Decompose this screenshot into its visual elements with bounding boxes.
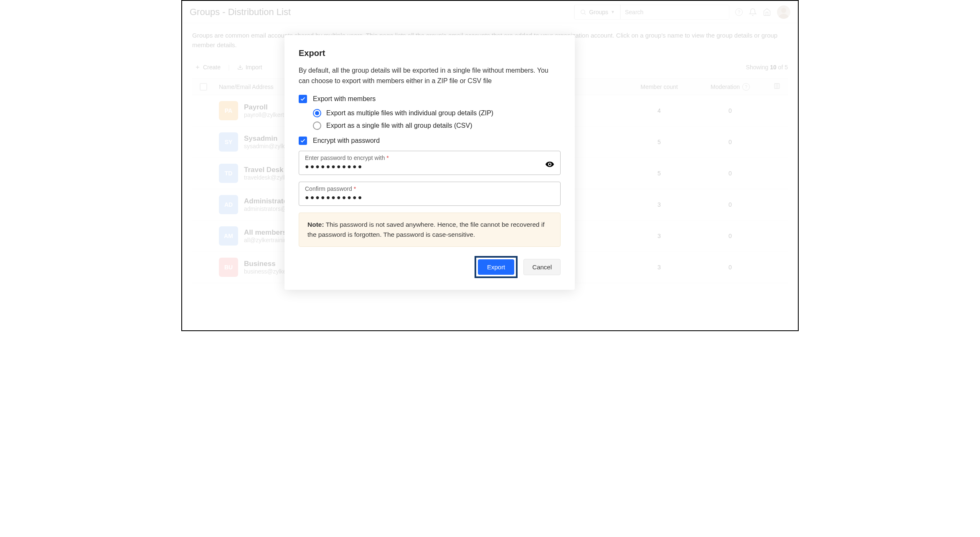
- radio-zip[interactable]: Export as multiple files with individual…: [313, 109, 561, 117]
- export-button[interactable]: Export: [478, 259, 514, 275]
- modal-title: Export: [299, 48, 561, 58]
- checkbox-checked-icon: [299, 95, 307, 103]
- export-button-highlight: Export: [475, 256, 518, 278]
- show-password-button[interactable]: [545, 160, 554, 170]
- radio-csv[interactable]: Export as a single file with all group d…: [313, 122, 561, 130]
- checkbox-checked-icon: [299, 137, 307, 145]
- export-format-radio-group: Export as multiple files with individual…: [299, 109, 561, 130]
- encrypt-password-checkbox[interactable]: Encrypt with password: [299, 137, 561, 145]
- confirm-password-value: ●●●●●●●●●●●: [305, 194, 554, 201]
- confirm-password-field[interactable]: Confirm password * ●●●●●●●●●●●: [299, 182, 561, 206]
- password-value: ●●●●●●●●●●●: [305, 163, 554, 170]
- encrypt-label: Encrypt with password: [313, 137, 380, 144]
- eye-icon: [545, 160, 554, 169]
- radio-unselected-icon: [313, 122, 321, 130]
- password-label: Enter password to encrypt with *: [305, 155, 554, 161]
- confirm-password-label: Confirm password *: [305, 185, 554, 192]
- radio-csv-label: Export as a single file with all group d…: [326, 122, 472, 129]
- export-modal: Export By default, all the group details…: [284, 35, 575, 290]
- radio-selected-icon: [313, 109, 321, 117]
- modal-actions: Export Cancel: [299, 256, 561, 278]
- radio-zip-label: Export as multiple files with individual…: [326, 109, 493, 117]
- password-note: Note: This password is not saved anywher…: [299, 213, 561, 247]
- password-field[interactable]: Enter password to encrypt with * ●●●●●●●…: [299, 151, 561, 175]
- modal-description: By default, all the group details will b…: [299, 66, 561, 86]
- export-with-members-checkbox[interactable]: Export with members: [299, 95, 561, 103]
- cancel-button[interactable]: Cancel: [523, 259, 561, 275]
- export-members-label: Export with members: [313, 95, 376, 103]
